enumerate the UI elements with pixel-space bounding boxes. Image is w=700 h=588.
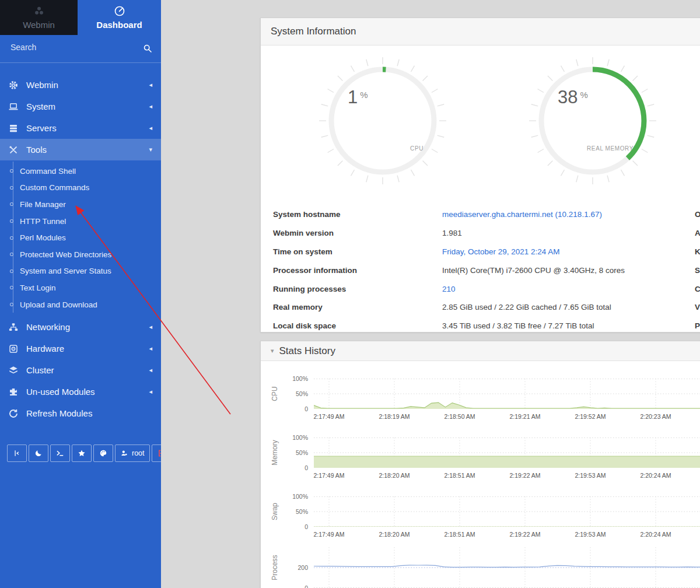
caret-icon: ◂	[149, 323, 152, 331]
caret-icon: ◂	[149, 388, 152, 396]
search-bar	[0, 35, 161, 63]
tools-submenu: Command Shell Custom Commands File Manag…	[0, 160, 161, 316]
toolbar-button-terminal[interactable]	[50, 444, 70, 462]
sidebar-item-label: Hardware	[26, 344, 149, 354]
submenu-item-upload-and-download[interactable]: Upload and Download	[0, 296, 161, 313]
memory-chart-plot	[314, 438, 700, 468]
sidebar-item-label: Cluster	[26, 365, 149, 375]
submenu-item-system-and-server-status[interactable]: System and Server Status	[0, 263, 161, 280]
info-row-local-disk-space: Local disk space 3.45 TiB used / 3.82 Ti…	[273, 317, 693, 335]
sidebar-item-tools[interactable]: Tools ▾	[0, 139, 161, 160]
sidebar-item-hardware[interactable]: Hardware ◂	[0, 338, 161, 359]
submenu-item-label: Perl Modules	[20, 233, 66, 242]
cpu-gauge-label: CPU	[410, 145, 424, 152]
refresh-icon	[8, 408, 19, 419]
main-content: System Information 1% CPU 38% REAL MEMOR…	[161, 0, 700, 588]
real-memory-gauge-ring	[528, 57, 657, 185]
tab-dashboard-label: Dashboard	[96, 20, 142, 30]
servers-icon	[8, 123, 19, 134]
panel-title: Stats History	[279, 345, 335, 357]
system-information-body: 1% CPU 38% REAL MEMORY System hostname	[261, 46, 700, 332]
collapse-toggle-icon[interactable]: ▾	[271, 347, 274, 355]
sidebar-item-label: Un-used Modules	[26, 387, 149, 397]
submenu-item-text-login[interactable]: Text Login	[0, 279, 161, 296]
toolbar-button-collapse[interactable]	[7, 444, 27, 462]
network-icon	[8, 322, 19, 332]
sidebar-item-label: Tools	[26, 145, 149, 155]
system-information-header: System Information	[261, 18, 700, 46]
process-chart-yticks: 2000	[284, 547, 312, 588]
real-memory-gauge: 38% REAL MEMORY	[528, 57, 657, 185]
dashboard-gauge-icon	[114, 5, 125, 17]
moon-icon	[34, 449, 43, 457]
toolbar-button-logout[interactable]	[152, 444, 161, 462]
sidebar: Webmin Dashboard Webmin ◂ System ◂	[0, 0, 161, 588]
cpu-chart-yticks: 100%50%0	[284, 379, 312, 409]
swap-chart-ylabel: Swap	[271, 503, 279, 520]
toolbar-button-moon[interactable]	[29, 444, 48, 462]
terminal-icon	[56, 449, 64, 457]
sidebar-tabs: Webmin Dashboard	[0, 0, 161, 35]
sidebar-item-refresh-modules[interactable]: Refresh Modules	[0, 402, 161, 424]
info-row-authentic-theme-version: Authentic theme version	[695, 224, 700, 243]
caret-icon: ◂	[149, 366, 152, 374]
tab-dashboard[interactable]: Dashboard	[78, 0, 161, 35]
webmin-logo-icon	[33, 5, 45, 17]
info-row-time-on-system: Time on system Friday, October 29, 2021 …	[273, 243, 693, 261]
toolbar-button-star[interactable]	[72, 444, 92, 462]
bullet-icon	[10, 202, 13, 206]
cpu-chart-xlabels: 2:17:49 AM2:18:19 AM2:18:50 AM2:19:21 AM…	[314, 413, 700, 421]
cpu-chart-plot	[314, 379, 700, 409]
submenu-item-http-tunnel[interactable]: HTTP Tunnel	[0, 213, 161, 230]
bullet-icon	[10, 186, 13, 190]
layers-icon	[8, 365, 19, 376]
bullet-icon	[10, 253, 13, 256]
submenu-item-label: File Manager	[20, 200, 66, 209]
submenu-item-label: Custom Commands	[20, 183, 89, 192]
sidebar-item-label: System	[26, 102, 149, 111]
submenu-item-perl-modules[interactable]: Perl Modules	[0, 229, 161, 246]
cpu-chart-ylabel: CPU	[271, 386, 279, 401]
cpu-gauge-value: 1%	[348, 87, 368, 108]
stats-history-panel: ▾ Stats History CPU 100%50%0 2:17:49 AM2…	[260, 341, 700, 588]
info-row-system-hostname: System hostname meediaserver.gha.charter…	[273, 205, 693, 224]
gear-icon	[8, 80, 19, 90]
process-chart-plot	[314, 547, 700, 588]
search-icon[interactable]	[143, 44, 152, 53]
sidebar-item-un-used-modules[interactable]: Un-used Modules ◂	[0, 381, 161, 402]
info-row-real-memory: Real memory 2.85 GiB used / 2.22 GiB cac…	[273, 298, 693, 317]
memory-chart-xlabels: 2:17:49 AM2:18:20 AM2:18:51 AM2:19:22 AM…	[314, 472, 700, 480]
webmin-dashboard-screen: Webmin Dashboard Webmin ◂ System ◂	[0, 0, 700, 588]
submenu-item-custom-commands[interactable]: Custom Commands	[0, 180, 161, 197]
system-info-table-right: Operating system Authentic theme version…	[695, 205, 700, 335]
memory-chart-ylabel: Memory	[271, 440, 279, 465]
palette-icon	[99, 449, 107, 457]
caret-icon: ◂	[149, 345, 152, 352]
search-input[interactable]	[9, 42, 129, 52]
sidebar-toolbar: root	[7, 444, 161, 462]
sidebar-item-webmin[interactable]: Webmin ◂	[0, 74, 161, 96]
caret-icon: ◂	[149, 103, 152, 110]
sidebar-item-servers[interactable]: Servers ◂	[0, 117, 161, 139]
submenu-item-label: Upload and Download	[20, 300, 97, 309]
system-info-table: System hostname meediaserver.gha.charter…	[273, 205, 693, 335]
tab-webmin[interactable]: Webmin	[0, 0, 78, 35]
sidebar-item-system[interactable]: System ◂	[0, 96, 161, 117]
submenu-item-command-shell[interactable]: Command Shell	[0, 163, 161, 180]
sidebar-nav-bottom: Networking ◂ Hardware ◂ Cluster ◂ Un-use…	[0, 316, 161, 424]
submenu-item-file-manager[interactable]: File Manager	[0, 196, 161, 213]
submenu-item-protected-web-directories[interactable]: Protected Web Directories	[0, 246, 161, 263]
swap-chart-plot	[314, 496, 700, 527]
panel-title: System Information	[271, 26, 356, 37]
toolbar-button-palette[interactable]	[93, 444, 113, 462]
laptop-icon	[8, 102, 19, 112]
sidebar-item-networking[interactable]: Networking ◂	[0, 316, 161, 338]
sidebar-item-label: Networking	[26, 322, 149, 332]
toolbar-button-root[interactable]: root	[115, 444, 150, 462]
submenu-item-label: Protected Web Directories	[20, 250, 111, 259]
sidebar-item-cluster[interactable]: Cluster ◂	[0, 359, 161, 381]
bullet-icon	[10, 169, 13, 173]
caret-icon: ▾	[149, 146, 152, 153]
cpu-gauge-ring	[318, 57, 447, 185]
swap-chart-xlabels: 2:17:49 AM2:18:20 AM2:18:51 AM2:19:22 AM…	[314, 531, 700, 539]
